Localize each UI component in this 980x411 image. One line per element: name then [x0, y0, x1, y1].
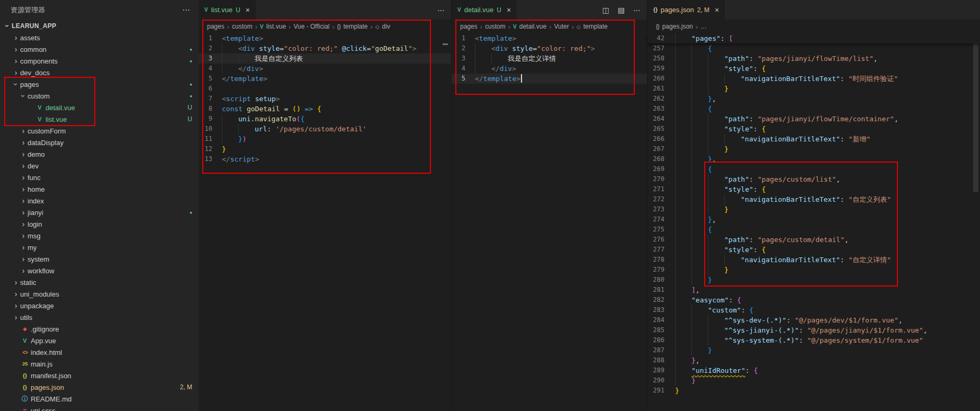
breadcrumb-item[interactable]: ◇div: [375, 23, 390, 30]
tree-item-customForm[interactable]: ›customForm: [0, 125, 199, 137]
code-line[interactable]: 282"easycom": {: [648, 295, 980, 305]
code-line[interactable]: 266"navigationBarTitleText": "新增": [648, 134, 980, 144]
close-icon[interactable]: ×: [715, 6, 719, 14]
tree-item-index.html[interactable]: <>index.html: [0, 346, 199, 358]
code-line[interactable]: 278"navigationBarTitleText": "自定义详情": [648, 255, 980, 265]
code-line[interactable]: 271"style": {: [648, 184, 980, 194]
code-editor[interactable]: 1<template>2<div style="color: red;" @cl…: [199, 33, 451, 164]
code-line[interactable]: 269{: [648, 164, 980, 174]
tree-item-my[interactable]: ›my: [0, 242, 199, 253]
tree-item-home[interactable]: ›home: [0, 183, 199, 195]
code-line[interactable]: 4</div>: [452, 64, 647, 74]
tree-item-unpackage[interactable]: ›unpackage: [0, 300, 199, 311]
split-icon[interactable]: ◫: [603, 6, 609, 14]
code-line[interactable]: 2<div style="color: red;" @click="goDeta…: [199, 43, 451, 53]
code-line[interactable]: 265"style": {: [648, 124, 980, 134]
tree-item-uni.scss[interactable]: ≈uni.scss: [0, 405, 199, 411]
breadcrumb-item[interactable]: Vdetail.vue: [513, 23, 546, 30]
code-line[interactable]: 260"navigationBarTitleText": "时间组件验证": [648, 74, 980, 84]
tree-item-pages[interactable]: ›pages●: [0, 78, 199, 90]
code-line[interactable]: 286"^sys-system-(.*)": "@/pages/system/$…: [648, 335, 980, 345]
code-line[interactable]: 3我是自定义列表: [199, 53, 451, 64]
tree-item-msg[interactable]: ›msg: [0, 230, 199, 242]
breadcrumb-item[interactable]: Vlist.vue: [260, 23, 286, 30]
code-line[interactable]: 6: [199, 84, 451, 94]
code-line[interactable]: 5</template>: [452, 74, 647, 84]
breadcrumb-item[interactable]: Vue - Official: [293, 23, 329, 30]
breadcrumb-item[interactable]: {}pages.json: [656, 23, 693, 30]
code-line[interactable]: 288},: [648, 355, 980, 365]
breadcrumb-item[interactable]: …: [700, 23, 707, 30]
code-line[interactable]: 258"path": "pages/jianyi/flowTime/list",: [648, 53, 980, 64]
code-editor[interactable]: 42"pages": [257{258"path": "pages/jianyi…: [648, 33, 980, 396]
code-editor[interactable]: 1<template>2<div style="color: red;">3我是…: [452, 33, 647, 84]
code-line[interactable]: 275{: [648, 225, 980, 235]
code-line[interactable]: 8const goDetail = () => {: [199, 104, 451, 114]
breadcrumb-item[interactable]: pages: [460, 23, 478, 30]
tab-list.vue[interactable]: Vlist.vueU×: [199, 0, 256, 20]
breadcrumb-item[interactable]: custom: [232, 23, 253, 30]
code-line[interactable]: 270"path": "pages/custom/list",: [648, 174, 980, 184]
code-line[interactable]: 281],: [648, 285, 980, 295]
tree-item-assets[interactable]: ›assets: [0, 32, 199, 43]
tree-item-manifest.json[interactable]: {}manifest.json: [0, 370, 199, 381]
layout-icon[interactable]: ▤: [618, 6, 625, 14]
tree-item-README.md[interactable]: ⓘREADME.md: [0, 393, 199, 405]
close-icon[interactable]: ×: [507, 6, 511, 14]
code-line[interactable]: 272"navigationBarTitleText": "自定义列表": [648, 194, 980, 204]
tree-item-func[interactable]: ›func: [0, 172, 199, 183]
code-line[interactable]: 287}: [648, 345, 980, 355]
breadcrumb-item[interactable]: Vuter: [554, 23, 569, 30]
tree-item-common[interactable]: ›common●: [0, 43, 199, 55]
breadcrumb-item[interactable]: pages: [207, 23, 224, 30]
code-line[interactable]: 9uni.navigateTo({: [199, 114, 451, 124]
code-line[interactable]: 10url: '/pages/custom/detail': [199, 124, 451, 134]
more-icon[interactable]: ⋯: [437, 6, 445, 14]
tree-item-dev[interactable]: ›dev: [0, 160, 199, 172]
more-icon[interactable]: ⋯: [633, 6, 641, 14]
code-line[interactable]: 277"style": {: [648, 245, 980, 255]
more-actions-icon[interactable]: ⋯: [182, 5, 190, 15]
code-line[interactable]: 4</div>: [199, 64, 451, 74]
code-line[interactable]: 1<template>: [199, 33, 451, 43]
tab-detail.vue[interactable]: Vdetail.vueU×: [452, 0, 517, 20]
tree-item-login[interactable]: ›login: [0, 218, 199, 230]
code-line[interactable]: 276"path": "pages/custom/detail",: [648, 235, 980, 245]
code-line[interactable]: 291}: [648, 386, 980, 396]
code-line[interactable]: 259"style": {: [648, 64, 980, 74]
tree-item-uni_modules[interactable]: ›uni_modules: [0, 288, 199, 300]
tree-item-.gitignore[interactable]: ◆.gitignore: [0, 323, 199, 335]
tree-item-App.vue[interactable]: VApp.vue: [0, 335, 199, 346]
tree-item-dev_docs[interactable]: ›dev_docs: [0, 67, 199, 78]
code-line[interactable]: 289"uniIdRouter": {: [648, 365, 980, 376]
code-line[interactable]: 285"^sys-jianyi-(.*)": "@/pages/jianyi/$…: [648, 325, 980, 335]
tree-item-main.js[interactable]: JSmain.js: [0, 358, 199, 370]
code-line[interactable]: 262},: [648, 94, 980, 104]
code-line[interactable]: 279}: [648, 265, 980, 275]
tree-item-utils[interactable]: ›utils: [0, 311, 199, 323]
code-line[interactable]: 1<template>: [452, 33, 647, 43]
tree-item-dataDisplay[interactable]: ›dataDisplay: [0, 137, 199, 148]
tree-item-demo[interactable]: ›demo: [0, 148, 199, 160]
code-line[interactable]: 263{: [648, 104, 980, 114]
tree-item-workflow[interactable]: ›workflow: [0, 265, 199, 276]
code-line[interactable]: 274},: [648, 215, 980, 225]
code-line[interactable]: 261}: [648, 84, 980, 94]
tree-item-components[interactable]: ›components●: [0, 55, 199, 67]
code-line[interactable]: 12}: [199, 144, 451, 154]
sticky-scroll-line[interactable]: 42"pages": [: [648, 33, 980, 43]
tree-item-pages.json[interactable]: {}pages.json2, M: [0, 381, 199, 393]
code-line[interactable]: 2<div style="color: red;">: [452, 43, 647, 53]
code-line[interactable]: 268},: [648, 154, 980, 164]
tab-pages.json[interactable]: {}pages.json2, M×: [648, 0, 725, 20]
code-line[interactable]: 7<script setup>: [199, 94, 451, 104]
breadcrumb-item[interactable]: custom: [485, 23, 506, 30]
code-line[interactable]: 273}: [648, 204, 980, 215]
code-line[interactable]: 264"path": "pages/jianyi/flowTime/contai…: [648, 114, 980, 124]
close-icon[interactable]: ×: [246, 6, 250, 14]
code-line[interactable]: 257{: [648, 43, 980, 53]
code-line[interactable]: 5</template>: [199, 74, 451, 84]
tree-item-index[interactable]: ›index: [0, 195, 199, 207]
breadcrumb-item[interactable]: {}template: [337, 23, 368, 30]
tree-item-static[interactable]: ›static: [0, 276, 199, 288]
